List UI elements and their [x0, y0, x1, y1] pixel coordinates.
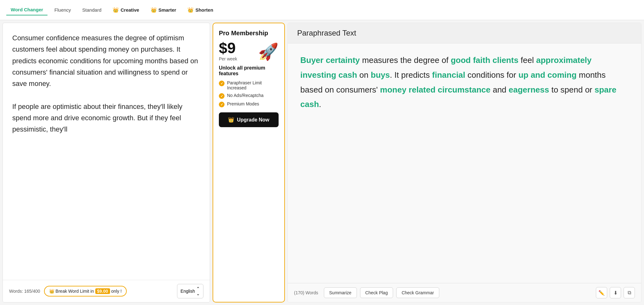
promo-price: $9 [219, 41, 237, 56]
download-icon-button[interactable]: ⬇ [610, 287, 621, 298]
tab-creative[interactable]: 👑 Creative [108, 4, 143, 15]
check-grammar-button[interactable]: Check Grammar [396, 287, 439, 298]
check-icon-3 [219, 102, 225, 107]
unchanged-text: to spend or [549, 85, 595, 94]
tab-word-changer[interactable]: Word Changer [6, 4, 47, 15]
input-paragraph-2: If people are optimistic about their fin… [12, 101, 200, 135]
input-text-area[interactable]: Consumer confidence measures the degree … [3, 23, 210, 280]
unchanged-text: feel [519, 55, 536, 65]
changed-word: Buyer certainty [300, 55, 360, 65]
language-selector[interactable]: English ⌃⌄ [177, 284, 203, 298]
crown-icon: 👑 [187, 7, 194, 13]
tab-shorten[interactable]: 👑 Shorten [183, 4, 218, 15]
promo-per-week: Per week [219, 56, 237, 61]
check-icon-2 [219, 93, 225, 99]
unchanged-text: . It predicts [390, 70, 432, 80]
promo-unlock-label: Unlock all premium features [219, 65, 279, 76]
promo-title: Pro Membership [219, 30, 279, 37]
break-limit-suffix: only ! [111, 289, 122, 294]
unchanged-text: on [357, 70, 371, 80]
paraphrased-text-header: Paraphrased Text [288, 23, 641, 43]
changed-word: eagerness [509, 85, 549, 94]
unchanged-text: . [319, 99, 321, 109]
check-icon-1 [219, 81, 225, 86]
promo-feature-2: No Ads/Recaptcha [219, 93, 279, 99]
footer-icons-group: ✏️ ⬇ ⧉ [596, 287, 635, 298]
tab-standard[interactable]: Standard [78, 5, 106, 15]
unchanged-text: measures the degree of [360, 55, 451, 65]
summarize-button[interactable]: Summarize [324, 287, 357, 298]
left-input-panel: Consumer confidence measures the degree … [3, 23, 210, 302]
word-count-label: Words: 165/400 [9, 289, 40, 294]
pro-membership-card: Pro Membership $9 Per week 🚀 Unlock all … [213, 23, 285, 302]
tab-smarter[interactable]: 👑 Smarter [146, 4, 181, 15]
changed-word: money related circumstance [380, 85, 491, 94]
output-word-count: (170) Words [294, 290, 318, 295]
crown-icon: 👑 [151, 7, 157, 13]
unchanged-text: conditions for [465, 70, 519, 80]
changed-word: buys [371, 70, 390, 80]
crown-icon-upgrade: 👑 [228, 117, 234, 123]
top-navigation: Word Changer Fluency Standard 👑 Creative… [0, 0, 644, 20]
paraphrased-text-content: Buyer certainty measures the degree of g… [288, 43, 641, 283]
promo-features-list: Paraphraser Limit Increased No Ads/Recap… [219, 80, 279, 107]
chevron-icon: ⌃⌄ [196, 286, 200, 296]
break-limit-price: $9.00 [95, 288, 110, 294]
changed-word: financial [432, 70, 465, 80]
main-layout: Consumer confidence measures the degree … [0, 20, 644, 305]
input-paragraph-1: Consumer confidence measures the degree … [12, 32, 200, 89]
left-footer: Words: 165/400 👑 Break Word Limit in $9.… [3, 280, 210, 302]
unchanged-text: and [491, 85, 509, 94]
changed-word: up and coming [519, 70, 577, 80]
upgrade-now-button[interactable]: 👑 Upgrade Now [219, 112, 279, 127]
tab-fluency[interactable]: Fluency [50, 5, 75, 15]
crown-icon: 👑 [113, 7, 119, 13]
right-footer: (170) Words Summarize Check Plag Check G… [288, 283, 641, 302]
promo-feature-3: Premium Modes [219, 101, 279, 107]
right-output-panel: Paraphrased Text Buyer certainty measure… [287, 23, 641, 302]
copy-icon-button[interactable]: ⧉ [624, 287, 635, 298]
break-limit-prefix: Break Word Limit in [56, 289, 94, 294]
edit-icon-button[interactable]: ✏️ [596, 287, 607, 298]
changed-word: good faith clients [451, 55, 518, 65]
promo-price-row: $9 Per week 🚀 [219, 41, 279, 61]
break-word-limit-button[interactable]: 👑 Break Word Limit in $9.00 only ! [44, 286, 127, 297]
language-value: English [180, 289, 195, 294]
promo-feature-1: Paraphraser Limit Increased [219, 80, 279, 90]
rocket-icon: 🚀 [258, 42, 279, 61]
check-plag-button[interactable]: Check Plag [360, 287, 393, 298]
crown-icon-small: 👑 [49, 289, 54, 294]
